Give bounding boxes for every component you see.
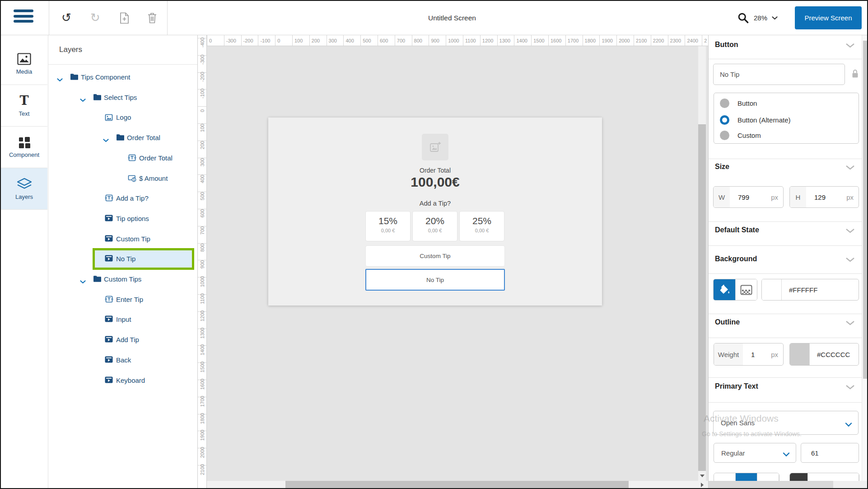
- font-size-input[interactable]: 61: [801, 443, 859, 463]
- zoom-search-icon[interactable]: [737, 12, 749, 24]
- scrollbar-thumb[interactable]: [285, 481, 629, 489]
- layer-row-tips-component[interactable]: Tips Component: [48, 67, 197, 87]
- folder-icon: [93, 275, 102, 284]
- custom-tip-button[interactable]: Custom Tip: [365, 245, 505, 267]
- ruler-label: 1000: [446, 35, 463, 46]
- lock-icon[interactable]: [851, 69, 859, 80]
- sidebar-item-text[interactable]: T Text: [1, 85, 47, 127]
- chevron-down-icon[interactable]: [845, 42, 855, 50]
- sidebar-item-media[interactable]: Media: [1, 43, 47, 85]
- scroll-down-arrow-icon[interactable]: [700, 475, 705, 477]
- layer-row-custom-tips[interactable]: Custom Tips: [48, 269, 197, 289]
- component-icon: [19, 136, 30, 148]
- scrollbar-thumb[interactable]: [863, 41, 868, 379]
- outline-color-swatch[interactable]: [790, 343, 810, 365]
- radio-icon[interactable]: [720, 131, 729, 140]
- transparent-fill-button[interactable]: [735, 279, 757, 300]
- scroll-right-arrow-icon[interactable]: [701, 483, 704, 487]
- font-family-dropdown[interactable]: Open Sans: [713, 411, 859, 435]
- layer-row-back[interactable]: Back: [48, 350, 197, 370]
- solid-fill-button[interactable]: [714, 279, 735, 300]
- chevron-down-icon[interactable]: [845, 383, 855, 391]
- sidebar-item-layers[interactable]: Layers: [1, 168, 47, 210]
- layer-row-logo[interactable]: Logo: [48, 108, 197, 127]
- layer-row-tip-options[interactable]: Tip options: [48, 209, 197, 229]
- no-tip-button-selected[interactable]: No Tip: [365, 269, 505, 291]
- image-icon: [105, 113, 113, 123]
- component-name-input[interactable]: No Tip: [713, 64, 845, 85]
- ruler-label: 900: [429, 35, 446, 46]
- properties-scrollbar[interactable]: [862, 35, 868, 489]
- button-icon: [105, 315, 113, 324]
- layer-row-select-tips[interactable]: Select Tips: [48, 88, 197, 108]
- divider: [709, 245, 862, 246]
- zoom-level[interactable]: 28%: [754, 14, 767, 22]
- chevron-down-icon[interactable]: [80, 96, 86, 104]
- tip-option-button-15[interactable]: 15%0,00 €: [365, 211, 411, 241]
- chevron-down-icon[interactable]: [103, 136, 109, 144]
- order-total-label[interactable]: Order Total: [268, 167, 602, 174]
- outline-color-field[interactable]: #CCCCCC: [789, 343, 859, 366]
- divider: [709, 159, 862, 159]
- zoom-chevron-down-icon[interactable]: [772, 16, 778, 20]
- sidebar-item-label: Layers: [15, 193, 33, 200]
- layer-row-no-tip[interactable]: No Tip: [48, 249, 197, 269]
- background-color-swatch[interactable]: [762, 279, 782, 300]
- preview-screen-button[interactable]: Preview Screen: [795, 6, 862, 29]
- chevron-down-icon[interactable]: [845, 164, 855, 172]
- layer-row-input[interactable]: Input: [48, 310, 197, 329]
- layer-row-order-total[interactable]: Order Total: [48, 128, 197, 148]
- chevron-down-icon[interactable]: [845, 319, 855, 327]
- variant-label: Custom: [737, 132, 761, 139]
- canvas-horizontal-scrollbar[interactable]: [207, 481, 708, 489]
- chevron-down-icon[interactable]: [57, 75, 63, 84]
- layer-label: Add a Tip?: [116, 188, 149, 208]
- undo-button[interactable]: ↺: [56, 1, 77, 35]
- layer-label: Order Total: [127, 128, 160, 148]
- ruler-label: 1300: [497, 35, 514, 46]
- scrollbar-thumb[interactable]: [698, 124, 706, 471]
- redo-button[interactable]: ↻: [85, 1, 106, 35]
- layer-row-keyboard[interactable]: Keyboard: [48, 371, 197, 390]
- radio-selected-icon[interactable]: [720, 115, 729, 125]
- canvas-vertical-scrollbar[interactable]: [698, 46, 706, 481]
- chevron-down-icon[interactable]: [80, 277, 86, 286]
- ruler-label: 2000: [616, 35, 634, 46]
- width-input[interactable]: W 799 px: [713, 186, 784, 208]
- trash-icon: [147, 12, 157, 24]
- layers-tree: Tips ComponentSelect TipsLogoOrder Total…: [48, 35, 197, 489]
- tip-option-button-25[interactable]: 25%0,00 €: [459, 211, 504, 241]
- page-plus-icon: [120, 12, 129, 24]
- ruler-label: 1800: [200, 411, 205, 426]
- layer-row--amount[interactable]: $$ Amount: [48, 169, 197, 188]
- background-color-field[interactable]: #FFFFFF: [761, 279, 859, 301]
- hamburger-menu-icon[interactable]: [14, 9, 33, 27]
- order-total-value[interactable]: 100,00€: [268, 174, 602, 190]
- layer-row-add-a-tip-[interactable]: Add a Tip?: [48, 188, 197, 208]
- delete-button[interactable]: [142, 1, 163, 35]
- sidebar-item-component[interactable]: Component: [1, 127, 47, 168]
- radio-icon[interactable]: [720, 99, 729, 108]
- outline-weight-input[interactable]: Weight 1 px: [714, 343, 784, 366]
- chevron-down-icon[interactable]: [845, 256, 855, 264]
- logo-image-placeholder[interactable]: [422, 134, 448, 160]
- variant-option-button-alternate-[interactable]: Button (Alternate): [714, 114, 859, 126]
- folder-icon: [93, 94, 102, 103]
- layer-row-custom-tip[interactable]: Custom Tip: [48, 229, 197, 249]
- tip-option-button-20[interactable]: 20%0,00 €: [412, 211, 457, 241]
- chevron-down-icon[interactable]: [845, 227, 855, 235]
- add-a-tip-label[interactable]: Add a Tip?: [268, 200, 602, 207]
- height-input[interactable]: H 129 px: [789, 186, 859, 208]
- layer-row-order-total[interactable]: Order Total: [48, 148, 197, 168]
- design-artboard[interactable]: Order Total 100,00€ Add a Tip? 15%0,00 €…: [268, 118, 602, 306]
- layer-row-add-tip[interactable]: Add Tip: [48, 330, 197, 350]
- font-weight-dropdown[interactable]: Regular: [714, 443, 796, 463]
- ruler-label: 600: [378, 35, 395, 46]
- variant-option-custom[interactable]: Custom: [714, 129, 859, 141]
- ruler-label: 300: [327, 35, 344, 46]
- layer-row-enter-tip[interactable]: Enter Tip: [48, 290, 197, 310]
- variant-option-button[interactable]: Button: [714, 97, 859, 109]
- ruler-label: 0: [275, 35, 292, 46]
- ruler-label: 2400: [685, 35, 702, 46]
- duplicate-screen-button[interactable]: [114, 1, 135, 35]
